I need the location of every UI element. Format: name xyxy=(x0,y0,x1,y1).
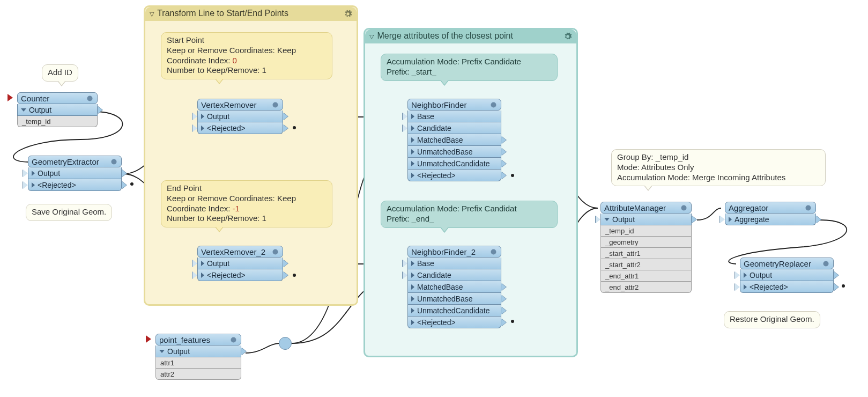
callout-save-geom-text: Save Original Geom. xyxy=(32,207,106,216)
svg-point-7 xyxy=(681,205,687,210)
port-vr2-output[interactable]: Output xyxy=(197,258,283,269)
port-vr2-rejected-label: <Rejected> xyxy=(207,271,246,280)
gear-icon[interactable] xyxy=(680,204,688,212)
node-vr2-head[interactable]: VertexRemover_2 xyxy=(197,246,283,258)
port-agg-aggregate[interactable]: Aggregate xyxy=(725,214,816,225)
attr-attr2: attr2 xyxy=(155,369,241,380)
port-nf2-base[interactable]: Base xyxy=(407,258,501,269)
bookmark-transform-title[interactable]: ▽ Transform Line to Start/End Points xyxy=(145,7,357,21)
bookmark-transform-label: Transform Line to Start/End Points xyxy=(157,9,288,18)
node-geometry-replacer[interactable]: GeometryReplacer Output <Rejected> xyxy=(740,258,834,293)
node-vertex-remover[interactable]: VertexRemover Output <Rejected> xyxy=(197,99,283,134)
svg-point-2 xyxy=(273,102,278,107)
svg-point-6 xyxy=(491,249,496,254)
port-pf-output[interactable]: Output xyxy=(155,345,241,357)
node-geomex-head[interactable]: GeometryExtractor xyxy=(28,156,122,167)
rejected-terminator-icon xyxy=(511,174,514,177)
gear-icon[interactable] xyxy=(822,260,830,268)
node-counter[interactable]: Counter Output _temp_id xyxy=(17,92,98,127)
collapse-icon[interactable]: ▽ xyxy=(150,11,154,17)
node-neighbor-finder[interactable]: NeighborFinder Base Candidate MatchedBas… xyxy=(407,99,501,181)
svg-point-0 xyxy=(87,95,93,101)
callout-restore-text: Restore Original Geom. xyxy=(730,314,814,324)
node-agg-head[interactable]: Aggregator xyxy=(725,202,816,214)
gear-icon[interactable] xyxy=(271,248,279,256)
node-vertex-remover-2[interactable]: VertexRemover_2 Output <Rejected> xyxy=(197,246,283,281)
node-attribute-manager[interactable]: AttributeManager Output _temp_id _geomet… xyxy=(600,202,692,293)
callout-add-id: Add ID xyxy=(42,64,78,82)
node-nf2-head[interactable]: NeighborFinder_2 xyxy=(407,246,501,258)
callout-start-title: Start Point xyxy=(167,35,327,46)
callout-end-l1: Keep or Remove Coordinates: Keep xyxy=(167,194,327,204)
node-nf2-name: NeighborFinder_2 xyxy=(411,247,476,256)
port-vr1-rejected[interactable]: <Rejected> xyxy=(197,122,283,134)
node-counter-name: Counter xyxy=(21,94,49,103)
port-nf2-unmatchedcandidate[interactable]: UnmatchedCandidate xyxy=(407,305,501,317)
gear-icon[interactable] xyxy=(110,158,118,166)
port-gr-output[interactable]: Output xyxy=(740,269,834,281)
gear-icon[interactable] xyxy=(489,101,498,109)
node-aggregator[interactable]: Aggregator Aggregate xyxy=(725,202,816,225)
attr-am-5: _end_attr2 xyxy=(600,282,692,293)
port-nf1-matchedbase[interactable]: MatchedBase xyxy=(407,134,501,146)
callout-am-params: Group By: _temp_id Mode: Attributes Only… xyxy=(611,149,826,186)
port-geomex-output[interactable]: Output xyxy=(28,167,122,179)
port-nf1-unmatchedcandidate[interactable]: UnmatchedCandidate xyxy=(407,158,501,170)
play-icon xyxy=(411,161,414,166)
gear-icon[interactable] xyxy=(86,94,94,102)
port-nf2-matchedbase[interactable]: MatchedBase xyxy=(407,281,501,293)
port-vr2-rejected[interactable]: <Rejected> xyxy=(197,269,283,281)
play-icon xyxy=(411,137,414,143)
rejected-terminator-icon xyxy=(130,182,133,186)
node-geomex-name: GeometryExtractor xyxy=(32,157,99,166)
port-nf2-candidate[interactable]: Candidate xyxy=(407,269,501,281)
port-nf1-unmatchedbase[interactable]: UnmatchedBase xyxy=(407,146,501,158)
gear-icon[interactable] xyxy=(344,10,352,18)
play-icon xyxy=(411,296,414,302)
node-gr-name: GeometryReplacer xyxy=(744,259,811,268)
node-nf1-head[interactable]: NeighborFinder xyxy=(407,99,501,111)
node-gr-head[interactable]: GeometryReplacer xyxy=(740,258,834,269)
port-gr-rejected[interactable]: <Rejected> xyxy=(740,281,834,293)
gear-icon[interactable] xyxy=(271,101,279,109)
callout-end-point: End Point Keep or Remove Coordinates: Ke… xyxy=(161,180,332,227)
port-vr1-output-label: Output xyxy=(207,112,229,121)
node-point-features[interactable]: point_features Output attr1 attr2 xyxy=(155,334,241,380)
rejected-terminator-icon xyxy=(293,126,296,129)
node-vr1-head[interactable]: VertexRemover xyxy=(197,99,283,111)
port-nf1-candidate[interactable]: Candidate xyxy=(407,122,501,134)
node-am-head[interactable]: AttributeManager xyxy=(600,202,692,214)
play-icon xyxy=(411,308,414,313)
node-nf1-name: NeighborFinder xyxy=(411,100,466,109)
attr-am-3: _start_attr2 xyxy=(600,259,692,270)
node-geometry-extractor[interactable]: GeometryExtractor Output <Rejected> xyxy=(28,156,122,191)
port-nf2-rejected[interactable]: <Rejected> xyxy=(407,317,501,328)
port-pf-output-label: Output xyxy=(167,347,190,356)
play-icon xyxy=(411,273,414,278)
port-counter-output[interactable]: Output xyxy=(17,104,98,116)
chevron-down-icon xyxy=(604,218,610,221)
gear-icon[interactable] xyxy=(489,248,498,256)
node-counter-head[interactable]: Counter xyxy=(17,92,98,104)
node-pf-head[interactable]: point_features xyxy=(155,334,241,345)
bookmark-merge-title[interactable]: ▽ Merge attributes of the closest point xyxy=(365,30,576,43)
node-neighbor-finder-2[interactable]: NeighborFinder_2 Base Candidate MatchedB… xyxy=(407,246,501,328)
port-nf1-base[interactable]: Base xyxy=(407,111,501,122)
callout-nf2-l2: Prefix: _end_ xyxy=(387,214,552,224)
collapse-icon[interactable]: ▽ xyxy=(369,33,374,40)
port-geomex-rejected[interactable]: <Rejected> xyxy=(28,179,122,191)
gear-icon[interactable] xyxy=(563,32,572,41)
gear-icon[interactable] xyxy=(804,204,812,212)
port-nf2-unmatchedbase[interactable]: UnmatchedBase xyxy=(407,293,501,305)
node-vr2-name: VertexRemover_2 xyxy=(201,247,265,256)
attr-am-2: _start_attr1 xyxy=(600,248,692,259)
port-nf1-rejected[interactable]: <Rejected> xyxy=(407,170,501,181)
gear-icon[interactable] xyxy=(229,336,238,344)
node-agg-name: Aggregator xyxy=(729,203,768,212)
junction-node[interactable] xyxy=(279,337,292,350)
port-vr1-output[interactable]: Output xyxy=(197,111,283,122)
callout-start-point: Start Point Keep or Remove Coordinates: … xyxy=(161,32,332,79)
port-am-output[interactable]: Output xyxy=(600,214,692,225)
play-icon xyxy=(744,284,747,290)
play-icon xyxy=(411,114,414,119)
